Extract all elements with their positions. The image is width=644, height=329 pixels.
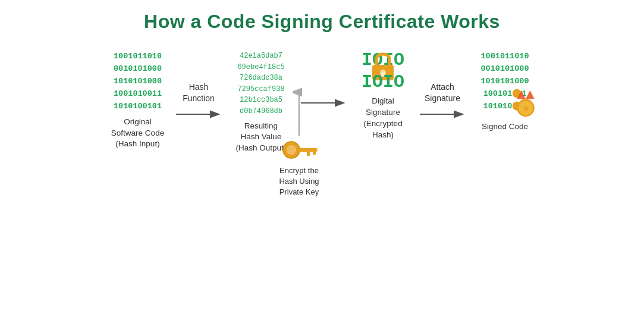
- private-key-label: Encrypt theHash UsingPrivate Key: [266, 165, 332, 198]
- signed-code-wrap: 100101101000101010001010101000100101⬤110…: [480, 51, 529, 113]
- arrow-to-hash: [172, 104, 225, 121]
- signed-code-step: 100101101000101010001010101000100101⬤110…: [469, 51, 541, 133]
- svg-marker-7: [526, 90, 535, 99]
- original-code-label: OriginalSoftware Code(Hash Input): [111, 117, 164, 151]
- svg-point-13: [287, 145, 296, 155]
- original-code-step: 1001011010001010100010101010001001010011…: [103, 51, 172, 150]
- private-key-section: Encrypt theHash UsingPrivate Key: [266, 86, 332, 198]
- digital-sig-label: DigitalSignature(EncryptedHash): [363, 96, 402, 141]
- svg-rect-15: [307, 152, 310, 156]
- page-title: How a Code Signing Certificate Works: [0, 0, 644, 39]
- signed-code-label: Signed Code: [482, 121, 528, 133]
- svg-rect-14: [298, 148, 318, 152]
- arrow-to-signed: [419, 104, 466, 123]
- attach-signature-label: AttachSignature: [416, 51, 469, 104]
- svg-marker-6: [517, 90, 526, 99]
- hash-function-label: HashFunction: [172, 51, 225, 104]
- vertical-arrow: [293, 86, 306, 137]
- original-binary: 1001011010001010100010101010001001010011…: [114, 51, 162, 113]
- svg-rect-16: [313, 152, 316, 155]
- svg-text:★: ★: [522, 104, 529, 113]
- digital-signature-step: IОIО IОIО DigitalSignature(Enc: [350, 51, 416, 141]
- sig-iоio2: IОIО: [362, 73, 404, 92]
- medal-icon: ★: [511, 89, 540, 118]
- key-icon: [278, 139, 320, 162]
